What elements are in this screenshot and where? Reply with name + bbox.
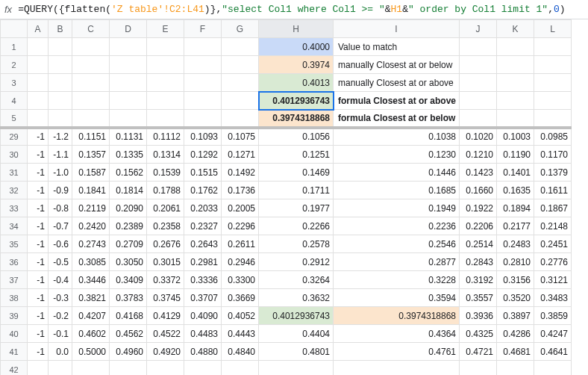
cell[interactable]: 0.1788 [147, 182, 184, 199]
cell[interactable]: formula Closest at or below [334, 110, 460, 128]
cell[interactable]: 0.1977 [259, 199, 334, 217]
row-header[interactable]: 36 [1, 253, 28, 271]
cell[interactable] [110, 110, 147, 128]
cell[interactable]: 0.4129 [147, 307, 184, 325]
cell[interactable]: -1 [28, 325, 49, 343]
cell[interactable] [49, 92, 72, 110]
cell[interactable]: 0.2578 [259, 235, 334, 253]
cell[interactable]: 0.1814 [110, 182, 147, 199]
cell[interactable] [49, 74, 72, 92]
cell[interactable]: 0.2061 [147, 199, 184, 217]
cell[interactable] [222, 56, 259, 74]
formula-input[interactable]: =QUERY({flatten('Z table'!C2:L41)},"sele… [18, 4, 565, 15]
cell[interactable]: 0.4960 [110, 343, 147, 361]
cell[interactable]: -0.4 [49, 271, 72, 289]
cell[interactable]: 0.2148 [534, 217, 572, 235]
cell[interactable]: 0.3015 [147, 253, 184, 271]
cell[interactable]: 0.3974318868 [259, 110, 334, 128]
row-header[interactable]: 31 [1, 164, 28, 182]
cell[interactable]: 0.4602 [72, 325, 110, 343]
column-header-D[interactable]: D [110, 20, 147, 38]
cell[interactable]: 0.4000 [259, 38, 334, 56]
cell[interactable]: 0.2877 [334, 253, 460, 271]
cell[interactable]: 0.5000 [72, 343, 110, 361]
cell[interactable] [534, 92, 572, 110]
cell[interactable]: 0.4880 [184, 343, 222, 361]
row-header[interactable]: 42 [1, 361, 28, 376]
cell[interactable]: 0.1271 [222, 146, 259, 164]
cell[interactable] [184, 110, 222, 128]
cell[interactable]: 0.3228 [334, 271, 460, 289]
cell[interactable]: 0.4840 [222, 343, 259, 361]
row-header[interactable]: 4 [1, 92, 28, 110]
cell[interactable]: -0.3 [49, 289, 72, 307]
cell[interactable] [497, 110, 534, 128]
cell[interactable] [534, 110, 572, 128]
cell[interactable] [497, 38, 534, 56]
cell[interactable]: 0.2005 [222, 199, 259, 217]
cell[interactable]: 0.1003 [497, 128, 534, 146]
cell[interactable] [222, 92, 259, 110]
cell[interactable]: 0.1635 [497, 182, 534, 199]
cell[interactable]: 0.3409 [110, 271, 147, 289]
cell[interactable] [147, 38, 184, 56]
cell[interactable]: 0.3745 [147, 289, 184, 307]
column-header-E[interactable]: E [147, 20, 184, 38]
cell[interactable]: 0.4012936743 [259, 307, 334, 325]
cell[interactable] [72, 56, 110, 74]
column-header-I[interactable]: I [334, 20, 460, 38]
cell[interactable] [222, 38, 259, 56]
cell[interactable]: 0.2709 [110, 235, 147, 253]
cell[interactable]: -1 [28, 235, 49, 253]
cell[interactable]: 0.2119 [72, 199, 110, 217]
cell[interactable]: 0.1492 [222, 164, 259, 182]
cell[interactable] [334, 361, 460, 376]
column-header-L[interactable]: L [534, 20, 572, 38]
cell[interactable]: 0.1446 [334, 164, 460, 182]
cell[interactable]: 0.2810 [497, 253, 534, 271]
cell[interactable]: 0.0 [49, 343, 72, 361]
row-header[interactable]: 41 [1, 343, 28, 361]
cell[interactable]: 0.4681 [497, 343, 534, 361]
row-header[interactable]: 35 [1, 235, 28, 253]
cell[interactable]: 0.1949 [334, 199, 460, 217]
cell[interactable]: 0.1841 [72, 182, 110, 199]
cell[interactable]: 0.3300 [222, 271, 259, 289]
cell[interactable] [49, 38, 72, 56]
cell[interactable]: -1 [28, 146, 49, 164]
cell[interactable]: 0.1170 [534, 146, 572, 164]
cell[interactable] [259, 361, 334, 376]
cell[interactable]: -1 [28, 128, 49, 146]
cell[interactable]: -1 [28, 343, 49, 361]
cell[interactable]: -0.7 [49, 217, 72, 235]
cell[interactable]: 0.1379 [534, 164, 572, 182]
cell[interactable]: 0.4090 [184, 307, 222, 325]
cell[interactable]: 0.4721 [460, 343, 497, 361]
cell[interactable]: 0.1762 [184, 182, 222, 199]
row-header[interactable]: 34 [1, 217, 28, 235]
row-header[interactable]: 5 [1, 110, 28, 128]
cell[interactable]: 0.2981 [184, 253, 222, 271]
corner-cell[interactable] [1, 20, 28, 38]
row-header[interactable]: 2 [1, 56, 28, 74]
cell[interactable] [460, 110, 497, 128]
cell[interactable]: 0.1190 [497, 146, 534, 164]
cell[interactable]: 0.2546 [334, 235, 460, 253]
cell[interactable]: 0.1611 [534, 182, 572, 199]
cell[interactable] [184, 92, 222, 110]
row-header[interactable]: 3 [1, 74, 28, 92]
cell[interactable]: 0.4562 [110, 325, 147, 343]
cell[interactable]: -1 [28, 271, 49, 289]
cell[interactable]: 0.4801 [259, 343, 334, 361]
cell[interactable]: 0.2946 [222, 253, 259, 271]
cell[interactable] [110, 56, 147, 74]
cell[interactable]: -1.1 [49, 146, 72, 164]
cell[interactable]: 0.1093 [184, 128, 222, 146]
cell[interactable] [222, 74, 259, 92]
cell[interactable]: -0.1 [49, 325, 72, 343]
cell[interactable]: 0.1922 [460, 199, 497, 217]
cell[interactable]: 0.4404 [259, 325, 334, 343]
cell[interactable]: 0.2358 [147, 217, 184, 235]
cell[interactable] [184, 361, 222, 376]
row-header[interactable]: 33 [1, 199, 28, 217]
